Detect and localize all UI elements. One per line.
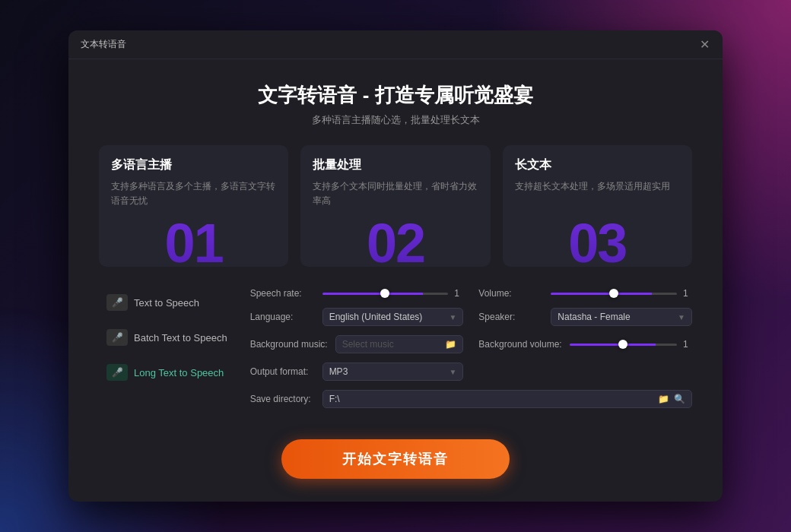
controls-panel: Speech rate: 1 Volume: 1: [250, 288, 692, 427]
language-chevron-icon: ▼: [449, 313, 456, 321]
start-button[interactable]: 开始文字转语音: [281, 439, 510, 479]
output-format-select[interactable]: MP3 ▼: [322, 363, 464, 381]
bg-volume-slider-container: 1: [570, 339, 692, 350]
speaker-label: Speaker:: [478, 312, 543, 322]
nav-item-batch[interactable]: 🎤 Batch Text to Speech: [99, 323, 235, 352]
card-2-number: 02: [367, 212, 424, 267]
start-button-wrap: 开始文字转语音: [99, 439, 692, 486]
nav-label-long: Long Text to Speech: [134, 367, 224, 378]
language-value: English (United States): [329, 312, 423, 322]
row-lang-speaker: Language: English (United States) ▼ Spea…: [250, 308, 692, 326]
bg-music-control: Background music: Select music 📁: [250, 335, 464, 353]
speech-rate-slider[interactable]: [322, 293, 449, 295]
language-control: Language: English (United States) ▼: [250, 308, 464, 326]
folder-open-icon[interactable]: 📁: [658, 394, 669, 404]
card-1-desc: 支持多种语言及多个主播，多语言文字转语音无忧: [111, 179, 276, 208]
speech-rate-slider-container: 1: [322, 288, 464, 299]
output-format-chevron-icon: ▼: [449, 368, 456, 376]
close-button[interactable]: ✕: [698, 39, 710, 51]
speech-rate-control: Speech rate: 1: [250, 288, 464, 299]
nav-icon-batch: 🎤: [106, 329, 128, 346]
save-dir-value: F:\: [329, 394, 340, 404]
bg-music-input[interactable]: Select music 📁: [335, 335, 464, 353]
nav-item-tts[interactable]: 🎤 Text to Speech: [99, 288, 235, 317]
volume-label: Volume:: [478, 288, 543, 299]
output-format-control: Output format: MP3 ▼: [250, 363, 464, 381]
header: 文字转语音 - 打造专属听觉盛宴 多种语言主播随心选，批量处理长文本: [99, 82, 692, 127]
card-2-desc: 支持多个文本同时批量处理，省时省力效率高: [313, 179, 478, 208]
speaker-select[interactable]: Natasha - Female ▼: [551, 308, 692, 326]
bg-volume-slider[interactable]: [570, 344, 677, 346]
speaker-value: Natasha - Female: [558, 312, 630, 322]
bg-volume-control: Background volume: 1: [478, 335, 692, 353]
search-icon[interactable]: 🔍: [674, 394, 685, 404]
language-label: Language:: [250, 312, 315, 322]
card-multilang: 多语言主播 支持多种语言及多个主播，多语言文字转语音无忧 01: [99, 145, 288, 267]
volume-slider-container: 1: [551, 288, 692, 299]
save-dir-control: Save directory: F:\ 📁 🔍: [250, 390, 692, 408]
nav-label-tts: Text to Speech: [134, 297, 199, 309]
bg-music-label: Background music:: [250, 339, 328, 350]
save-dir-icons: 📁 🔍: [658, 394, 685, 404]
card-longtext: 长文本 支持超长文本处理，多场景适用超实用 03: [503, 145, 692, 267]
window-title: 文本转语音: [81, 38, 126, 51]
row-bgmusic-bgvol: Background music: Select music 📁 Backgro…: [250, 335, 692, 353]
header-title: 文字转语音 - 打造专属听觉盛宴: [99, 82, 692, 109]
bg-music-placeholder: Select music: [342, 339, 394, 350]
speech-rate-label: Speech rate:: [250, 288, 315, 299]
header-subtitle: 多种语言主播随心选，批量处理长文本: [99, 113, 692, 127]
card-2-title: 批量处理: [313, 157, 478, 173]
main-content: 文字转语音 - 打造专属听觉盛宴 多种语言主播随心选，批量处理长文本 多语言主播…: [68, 59, 723, 502]
bg-volume-value: 1: [683, 339, 692, 350]
nav-label-batch: Batch Text to Speech: [134, 332, 227, 344]
nav-icon-long: 🎤: [106, 364, 128, 381]
card-3-title: 长文本: [515, 157, 680, 173]
nav-item-long[interactable]: 🎤 Long Text to Speech: [99, 358, 235, 387]
card-batch: 批量处理 支持多个文本同时批量处理，省时省力效率高 02: [300, 145, 490, 267]
row-rate-volume: Speech rate: 1 Volume: 1: [250, 288, 692, 299]
save-dir-label: Save directory:: [250, 394, 315, 404]
speaker-chevron-icon: ▼: [678, 313, 685, 321]
card-1-title: 多语言主播: [111, 157, 276, 173]
folder-icon[interactable]: 📁: [445, 339, 456, 350]
row-output-save: Output format: MP3 ▼: [250, 363, 692, 381]
feature-cards: 多语言主播 支持多种语言及多个主播，多语言文字转语音无忧 01 批量处理 支持多…: [99, 145, 692, 267]
bg-music-icons: 📁: [445, 339, 456, 350]
bottom-section: 🎤 Text to Speech 🎤 Batch Text to Speech …: [99, 288, 692, 427]
save-dir-input[interactable]: F:\ 📁 🔍: [322, 390, 692, 408]
output-format-label: Output format:: [250, 366, 315, 377]
output-format-value: MP3: [329, 366, 348, 377]
titlebar: 文本转语音 ✕: [68, 30, 723, 59]
language-select[interactable]: English (United States) ▼: [322, 308, 464, 326]
volume-control: Volume: 1: [478, 288, 692, 299]
card-3-desc: 支持超长文本处理，多场景适用超实用: [515, 179, 680, 194]
volume-slider[interactable]: [551, 293, 677, 295]
speaker-control: Speaker: Natasha - Female ▼: [478, 308, 692, 326]
card-1-number: 01: [165, 212, 223, 267]
sidebar-nav: 🎤 Text to Speech 🎤 Batch Text to Speech …: [99, 288, 235, 427]
app-window: 文本转语音 ✕ 文字转语音 - 打造专属听觉盛宴 多种语言主播随心选，批量处理长…: [68, 30, 723, 502]
bg-volume-label: Background volume:: [478, 339, 561, 350]
card-3-number: 03: [568, 212, 626, 267]
speech-rate-value: 1: [454, 288, 463, 299]
volume-value: 1: [683, 288, 692, 299]
nav-icon-tts: 🎤: [106, 294, 128, 311]
